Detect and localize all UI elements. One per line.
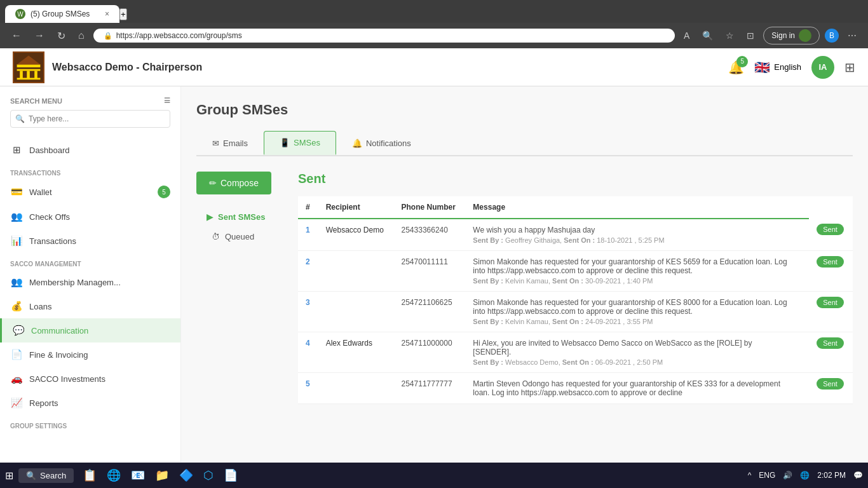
refresh-btn[interactable]: ↻	[53, 29, 69, 43]
tab-smses[interactable]: 📱 SMSes	[264, 131, 336, 155]
taskbar-network[interactable]: 🌐	[800, 471, 810, 473]
sidebar-item-loans[interactable]: 💰 Loans	[0, 294, 180, 318]
back-btn[interactable]: ←	[8, 29, 25, 43]
section-title: Sent	[298, 172, 853, 186]
sent-arrow-icon: ▶	[207, 212, 213, 222]
cell-phone: 254721106625	[394, 292, 466, 332]
close-tab-btn[interactable]: ×	[105, 10, 109, 18]
taskbar-icons: 📋 🌐 📧 📁 🔷 ⬡ 📄	[79, 467, 241, 473]
tab-title: (5) Group SMSes	[31, 10, 90, 18]
language-selector[interactable]: 🇬🇧 English	[754, 60, 801, 75]
membership-label: Membership Managem...	[29, 278, 121, 287]
collections-icon[interactable]: ⊡	[743, 29, 758, 42]
content-area: ✏ Compose ▶ Sent SMSes ⏱ Queued Sent	[196, 172, 853, 404]
taskbar-icon-4[interactable]: 📁	[151, 467, 173, 473]
profile-icon	[799, 29, 811, 42]
grid-icon[interactable]: ⊞	[844, 60, 855, 75]
user-avatar[interactable]: IA	[811, 56, 834, 79]
cell-phone: 25433366240	[394, 219, 466, 251]
sms-table: # Recipient Phone Number Message 1 Websa…	[298, 196, 853, 404]
notification-count: 5	[736, 56, 748, 67]
sacco-investments-label: SACCO Investments	[29, 374, 105, 384]
sign-in-btn[interactable]: Sign in	[763, 27, 820, 44]
notification-bell[interactable]: 🔔 5	[728, 60, 744, 75]
table-row: 2 25470011111 Simon Makonde has requeste…	[298, 251, 853, 292]
cell-recipient	[318, 292, 394, 332]
col-num: #	[298, 196, 318, 219]
cell-status: Sent	[809, 373, 853, 404]
taskbar-icon-6[interactable]: ⬡	[200, 467, 217, 473]
flag-icon: 🇬🇧	[754, 60, 770, 75]
sidebar-item-communication[interactable]: 💬 Communication	[0, 318, 180, 342]
taskbar: ⊞ 🔍 Search 📋 🌐 📧 📁 🔷 ⬡ 📄 ^ ENG 🔊 🌐 2:02 …	[0, 463, 868, 473]
wallet-badge: 5	[158, 186, 170, 198]
taskbar-icon-7[interactable]: 📄	[220, 467, 241, 473]
checkoffs-label: Check Offs	[29, 212, 70, 222]
translate-icon[interactable]: A	[680, 29, 693, 42]
taskbar-lang: ENG	[759, 471, 775, 473]
windows-start-icon[interactable]: ⊞	[5, 470, 13, 473]
home-btn[interactable]: ⌂	[74, 29, 88, 43]
app-header: Websacco Demo - Chairperson 🔔 5 🇬🇧 Engli…	[0, 48, 868, 86]
col-recipient: Recipient	[318, 196, 394, 219]
sidebar-item-membership[interactable]: 👥 Membership Managem...	[0, 270, 180, 294]
taskbar-icon-3[interactable]: 📧	[127, 467, 149, 473]
sent-smses-action[interactable]: ▶ Sent SMSes	[207, 207, 298, 227]
transactions-section-label: TRANSACTIONS	[0, 162, 180, 179]
taskbar-volume[interactable]: 🔊	[783, 471, 792, 473]
compose-btn[interactable]: ✏ Compose	[196, 172, 271, 194]
taskbar-search[interactable]: 🔍 Search	[18, 468, 74, 473]
cell-recipient: Alex Edwards	[318, 332, 394, 373]
queued-action[interactable]: ⏱ Queued	[207, 227, 298, 247]
sidebar-item-fine-invoicing[interactable]: 📄 Fine & Invoicing	[0, 342, 180, 367]
active-tab[interactable]: W (5) Group SMSes ×	[5, 5, 119, 23]
more-btn[interactable]: ⋯	[844, 29, 860, 42]
table-row: 3 254721106625 Simon Makonde has request…	[298, 292, 853, 332]
sidebar-item-transactions[interactable]: 📊 Transactions	[0, 229, 180, 253]
sidebar-item-wallet[interactable]: 💳 Wallet 5	[0, 179, 180, 205]
cell-message: Simon Makonde has requested for your gua…	[465, 292, 809, 332]
taskbar-icon-2[interactable]: 🌐	[103, 467, 125, 473]
cell-message: We wish you a happy Mashujaa day Sent By…	[465, 219, 809, 251]
sidebar-item-checkoffs[interactable]: 👥 Check Offs	[0, 205, 180, 229]
tab-emails[interactable]: ✉ Emails	[196, 131, 264, 155]
transactions-label: Transactions	[29, 236, 76, 246]
new-tab-btn[interactable]: +	[119, 8, 127, 20]
main-content: Group SMSes ✉ Emails 📱 SMSes 🔔 Notificat…	[181, 86, 868, 473]
tab-notifications[interactable]: 🔔 Notifications	[336, 131, 427, 155]
search-menu-section: SEARCH MENU ☰ 🔍	[0, 86, 180, 138]
cell-phone: 25470011111	[394, 251, 466, 292]
cell-recipient	[318, 251, 394, 292]
wallet-icon: 💳	[10, 186, 23, 198]
sign-in-label: Sign in	[771, 31, 795, 40]
sidebar-item-dashboard[interactable]: ⊞ Dashboard	[0, 138, 180, 162]
sidebar-search-input[interactable]	[10, 110, 170, 128]
address-bar[interactable]: 🔒 https://app.websacco.com/group/sms	[93, 29, 675, 43]
loans-icon: 💰	[10, 301, 23, 312]
svg-rect-2	[17, 69, 41, 71]
col-phone: Phone Number	[394, 196, 466, 219]
taskbar-clock: 2:02 PM	[817, 471, 846, 473]
side-actions: ▶ Sent SMSes ⏱ Queued	[196, 207, 298, 247]
loans-label: Loans	[29, 302, 51, 311]
star-icon[interactable]: ☆	[722, 29, 738, 42]
header-actions: 🔔 5 🇬🇧 English IA ⊞	[728, 56, 855, 79]
smses-icon: 📱	[280, 138, 290, 147]
taskbar-icon-5[interactable]: 🔷	[175, 467, 197, 473]
cell-status: Sent	[809, 251, 853, 292]
taskbar-icon-1[interactable]: 📋	[79, 467, 100, 473]
browser-nav: ← → ↻ ⌂ 🔒 https://app.websacco.com/group…	[0, 23, 868, 48]
cell-status: Sent	[809, 292, 853, 332]
language-label: English	[774, 62, 801, 72]
search-icon-side: 🔍	[15, 114, 25, 123]
notification-tray[interactable]: 💬	[853, 471, 863, 473]
sidebar-item-reports[interactable]: 📈 Reports	[0, 391, 180, 415]
taskbar-search-label: Search	[40, 471, 66, 473]
search-icon[interactable]: 🔍	[698, 29, 717, 42]
sidebar-item-sacco-investments[interactable]: 🚗 SACCO Investments	[0, 367, 180, 391]
checkoffs-icon: 👥	[10, 211, 23, 222]
reports-label: Reports	[29, 398, 58, 408]
taskbar-chevron[interactable]: ^	[748, 471, 752, 473]
forward-btn[interactable]: →	[31, 29, 48, 43]
table-row: 5 254711777777 Martin Steven Odongo has …	[298, 373, 853, 404]
